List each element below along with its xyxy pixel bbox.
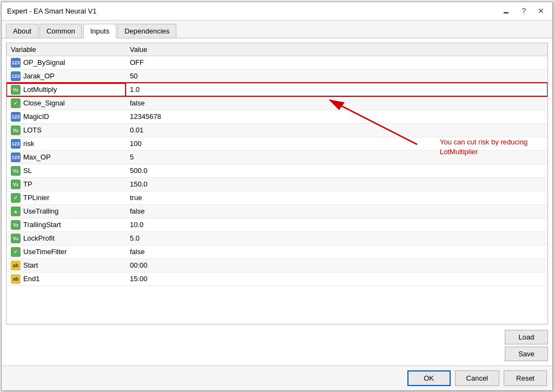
variable-name: UseTralling bbox=[23, 207, 58, 215]
table-row[interactable]: 123MagicID12345678 bbox=[6, 110, 548, 123]
var-cell: ✓UseTimeFilter bbox=[6, 245, 126, 258]
var-cell: V₂LockProfit bbox=[6, 232, 126, 245]
var-cell: 123Jarak_OP bbox=[6, 70, 126, 83]
type-icon: ab bbox=[11, 261, 21, 270]
variable-name: Close_Signal bbox=[23, 99, 65, 107]
table-row[interactable]: 123Jarak_OP50 bbox=[6, 69, 548, 83]
variable-name: LotMultiply bbox=[23, 85, 57, 94]
table-row[interactable]: V₂TrallingStart10.0 bbox=[6, 218, 548, 231]
var-cell: 123Max_OP bbox=[6, 151, 126, 164]
tab-inputs[interactable]: Inputs bbox=[83, 24, 116, 38]
type-icon: ✓ bbox=[11, 247, 21, 257]
variable-name: LOTS bbox=[23, 126, 42, 134]
variable-value: 100 bbox=[126, 137, 548, 150]
table-header-row: Variable Value bbox=[6, 43, 548, 56]
type-icon: V₂ bbox=[11, 220, 21, 230]
table-row[interactable]: ✓TPLiniertrue bbox=[6, 191, 548, 204]
tab-about[interactable]: About bbox=[6, 24, 38, 38]
var-cell: ▲UseTralling bbox=[6, 205, 126, 218]
table-row[interactable]: ✓UseTimeFilterfalse bbox=[6, 245, 548, 258]
reset-button[interactable]: Reset bbox=[504, 370, 547, 386]
close-button[interactable]: ✕ bbox=[535, 5, 547, 16]
variable-name: End1 bbox=[23, 275, 39, 283]
variable-value: false bbox=[126, 245, 548, 258]
table-row[interactable]: 123risk100 bbox=[6, 137, 548, 150]
table-row[interactable]: V₂SL500.0 bbox=[6, 164, 548, 177]
title-controls: 🗕 ? ✕ bbox=[499, 5, 547, 16]
table-row[interactable]: 123OP_BySignalOFF bbox=[6, 56, 548, 69]
var-cell: 123OP_BySignal bbox=[6, 56, 126, 69]
type-icon: ab bbox=[11, 274, 21, 284]
table-row[interactable]: abEnd115:00 bbox=[6, 272, 548, 285]
type-icon: V₂ bbox=[11, 85, 21, 95]
type-icon: ▲ bbox=[11, 207, 21, 216]
var-cell: abStart bbox=[6, 259, 126, 272]
variable-value: 15:00 bbox=[126, 272, 548, 285]
type-icon: V₂ bbox=[11, 234, 21, 243]
var-cell: abEnd1 bbox=[6, 273, 126, 285]
tab-bar: About Common Inputs Dependencies bbox=[2, 21, 552, 38]
table-row[interactable]: abStart00:00 bbox=[6, 258, 548, 272]
variable-value: 500.0 bbox=[126, 164, 548, 177]
type-icon: 123 bbox=[11, 112, 21, 122]
table-scroll[interactable]: Variable Value 123OP_BySignalOFF123Jarak… bbox=[6, 43, 548, 324]
table-row[interactable]: V₂LOTS0.01 bbox=[6, 123, 548, 137]
help-button[interactable]: ? bbox=[519, 5, 529, 16]
variable-name: LockProfit bbox=[23, 234, 55, 242]
table-row[interactable]: ✓Close_Signalfalse bbox=[6, 96, 548, 110]
type-icon: ✓ bbox=[11, 193, 21, 203]
variable-value: false bbox=[126, 204, 548, 218]
table-row[interactable]: ▲UseTrallingfalse bbox=[6, 204, 548, 218]
type-icon: 123 bbox=[11, 139, 21, 149]
main-window: Expert - EA Smart Neural V1 🗕 ? ✕ About … bbox=[1, 2, 553, 391]
type-icon: ✓ bbox=[11, 98, 21, 108]
variable-value: 10.0 bbox=[126, 218, 548, 231]
var-cell: V₂LOTS bbox=[6, 124, 126, 137]
var-cell: ✓Close_Signal bbox=[6, 97, 126, 110]
type-icon: 123 bbox=[11, 152, 21, 162]
variable-name: Start bbox=[23, 261, 38, 269]
variable-value: 1.0 bbox=[126, 83, 548, 96]
title-bar: Expert - EA Smart Neural V1 🗕 ? ✕ bbox=[2, 2, 552, 21]
variable-name: Max_OP bbox=[23, 153, 51, 161]
minimize-button[interactable]: 🗕 bbox=[499, 5, 512, 16]
type-icon: V₂ bbox=[11, 180, 21, 189]
save-button[interactable]: Save bbox=[505, 347, 548, 361]
col-value: Value bbox=[126, 43, 548, 56]
table-row[interactable]: V₂TP150.0 bbox=[6, 177, 548, 191]
variable-name: TPLinier bbox=[23, 194, 49, 202]
var-cell: V₂TrallingStart bbox=[6, 218, 126, 231]
variable-name: Jarak_OP bbox=[23, 72, 55, 80]
load-button[interactable]: Load bbox=[505, 330, 548, 344]
variable-value: 12345678 bbox=[126, 110, 548, 123]
tab-common[interactable]: Common bbox=[39, 24, 82, 38]
table-wrapper: Variable Value 123OP_BySignalOFF123Jarak… bbox=[6, 43, 548, 324]
table-row[interactable]: 123Max_OP5 bbox=[6, 150, 548, 164]
variable-value: true bbox=[126, 191, 548, 204]
variable-value: OFF bbox=[126, 56, 548, 69]
type-icon: V₂ bbox=[11, 166, 21, 176]
type-icon: V₂ bbox=[11, 125, 21, 135]
type-icon: 123 bbox=[11, 58, 21, 68]
var-cell: ✓TPLinier bbox=[6, 191, 126, 204]
col-variable: Variable bbox=[6, 43, 126, 56]
window-title: Expert - EA Smart Neural V1 bbox=[7, 7, 96, 15]
table-row[interactable]: V₂LotMultiply1.0 bbox=[6, 83, 548, 96]
ok-button[interactable]: OK bbox=[407, 370, 451, 386]
variable-value: 5.0 bbox=[126, 231, 548, 245]
var-cell: 123MagicID bbox=[6, 110, 126, 123]
var-cell: V₂LotMultiply bbox=[6, 83, 126, 96]
var-cell: V₂TP bbox=[6, 178, 126, 191]
variable-value: 00:00 bbox=[126, 258, 548, 272]
variable-name: UseTimeFilter bbox=[23, 248, 67, 256]
load-save-area: Load Save bbox=[505, 330, 548, 361]
tab-dependencies[interactable]: Dependencies bbox=[117, 24, 176, 38]
variable-name: OP_BySignal bbox=[23, 58, 65, 67]
variable-value: 50 bbox=[126, 69, 548, 83]
cancel-button[interactable]: Cancel bbox=[455, 370, 499, 386]
table-row[interactable]: V₂LockProfit5.0 bbox=[6, 231, 548, 245]
variable-name: TP bbox=[23, 180, 32, 188]
variable-name: risk bbox=[23, 139, 34, 148]
parameters-table: Variable Value 123OP_BySignalOFF123Jarak… bbox=[6, 43, 548, 286]
bottom-bar: Load Save bbox=[2, 327, 552, 366]
